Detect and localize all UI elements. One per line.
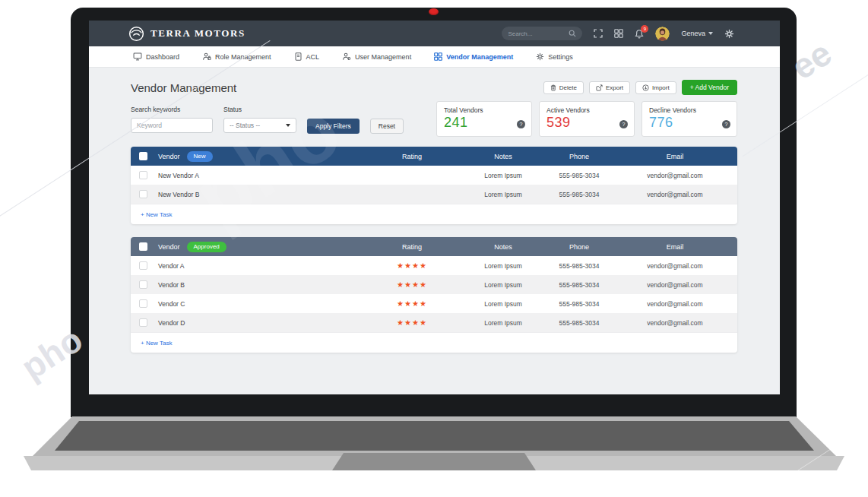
delete-button[interactable]: Delete bbox=[543, 81, 584, 94]
table-row[interactable]: Vendor B ★★★★ Lorem Ipsum 555-985-3034 v… bbox=[131, 275, 737, 294]
laptop-base bbox=[0, 415, 868, 480]
phone-cell: 555-985-3034 bbox=[546, 281, 613, 289]
column-header-email[interactable]: Email bbox=[613, 153, 737, 160]
grid-icon bbox=[434, 52, 442, 61]
vendor-name: Vendor B bbox=[158, 281, 363, 289]
new-vendors-table: Vendor New Rating Notes Phone Email New … bbox=[131, 147, 737, 224]
email-cell: vendor@gmail.com bbox=[613, 262, 737, 270]
select-all-checkbox[interactable] bbox=[139, 152, 147, 160]
stat-label: Decline Vendors bbox=[649, 106, 730, 114]
email-cell: vendor@gmail.com bbox=[613, 300, 737, 308]
rating-stars: ★★★★ bbox=[363, 280, 461, 289]
add-vendor-button[interactable]: + Add Vendor bbox=[682, 80, 737, 95]
column-header-notes[interactable]: Notes bbox=[461, 153, 546, 160]
notes-cell: Lorem Ipsum bbox=[461, 281, 546, 289]
tab-user-management[interactable]: User Management bbox=[342, 46, 411, 67]
status-label: Status bbox=[223, 106, 296, 113]
row-checkbox[interactable] bbox=[139, 261, 147, 270]
email-cell: vendor@gmail.com bbox=[613, 319, 737, 327]
laptop-mockup: TERRA MOTORS bbox=[0, 0, 868, 497]
column-header-vendor[interactable]: Vendor bbox=[158, 153, 180, 160]
row-checkbox[interactable] bbox=[139, 299, 147, 308]
export-button[interactable]: Export bbox=[589, 81, 630, 94]
user-menu[interactable]: Geneva bbox=[681, 30, 713, 37]
notes-cell: Lorem Ipsum bbox=[461, 262, 546, 270]
table-row[interactable]: New Vendor A Lorem Ipsum 555-985-3034 ve… bbox=[131, 166, 737, 185]
vendor-name: Vendor C bbox=[158, 300, 363, 308]
app-window: TERRA MOTORS bbox=[89, 21, 780, 394]
tab-label: User Management bbox=[355, 53, 411, 61]
import-button[interactable]: Import bbox=[635, 81, 676, 94]
select-all-checkbox[interactable] bbox=[139, 242, 147, 251]
vendor-name: New Vendor B bbox=[158, 191, 363, 198]
new-task-link[interactable]: + New Task bbox=[141, 340, 172, 347]
reset-button[interactable]: Reset bbox=[370, 119, 404, 134]
column-header-rating[interactable]: Rating bbox=[363, 153, 461, 160]
search-input[interactable] bbox=[508, 30, 569, 37]
email-cell: vendor@gmail.com bbox=[613, 191, 737, 198]
column-header-phone[interactable]: Phone bbox=[546, 153, 613, 160]
tab-dashboard[interactable]: Dashboard bbox=[133, 46, 179, 67]
tab-label: Dashboard bbox=[146, 53, 179, 61]
user-avatar[interactable] bbox=[655, 27, 670, 41]
gear-icon bbox=[536, 52, 544, 61]
stat-card-decline-vendors: Decline Vendors 776 ? bbox=[641, 101, 737, 137]
new-task-link[interactable]: + New Task bbox=[141, 211, 172, 218]
tab-role-management[interactable]: Role Management bbox=[202, 46, 271, 67]
stat-card-total-vendors: Total Vendors 241 ? bbox=[436, 101, 532, 137]
apps-grid-icon[interactable] bbox=[614, 29, 623, 38]
help-icon[interactable]: ? bbox=[619, 120, 628, 128]
import-label: Import bbox=[652, 84, 670, 91]
column-header-notes[interactable]: Notes bbox=[461, 243, 546, 251]
column-header-email[interactable]: Email bbox=[613, 243, 737, 251]
main-nav-tabs: Dashboard Role Management ACL bbox=[89, 46, 780, 68]
fullscreen-icon[interactable] bbox=[594, 29, 603, 38]
notifications-bell-icon[interactable]: 9 bbox=[635, 29, 644, 39]
row-checkbox[interactable] bbox=[139, 318, 147, 327]
status-badge-new: New bbox=[187, 151, 213, 162]
main-content: Vendor Management Delete bbox=[89, 68, 780, 394]
help-icon[interactable]: ? bbox=[517, 120, 525, 128]
stat-label: Active Vendors bbox=[546, 106, 627, 114]
rating-stars: ★★★★ bbox=[363, 299, 461, 308]
tab-vendor-management[interactable]: Vendor Management bbox=[434, 46, 513, 67]
email-cell: vendor@gmail.com bbox=[613, 281, 737, 289]
tab-acl[interactable]: ACL bbox=[294, 46, 320, 67]
table-row[interactable]: Vendor A ★★★★ Lorem Ipsum 555-985-3034 v… bbox=[131, 256, 737, 275]
tab-settings[interactable]: Settings bbox=[536, 46, 573, 67]
help-icon[interactable]: ? bbox=[722, 120, 730, 128]
export-label: Export bbox=[606, 84, 623, 91]
table-row[interactable]: New Vendor B Lorem Ipsum 555-985-3034 ve… bbox=[131, 185, 737, 204]
row-checkbox[interactable] bbox=[139, 171, 147, 179]
tab-label: Role Management bbox=[215, 53, 271, 61]
keyword-input[interactable] bbox=[131, 118, 213, 133]
person-gear-icon bbox=[342, 52, 351, 61]
notes-cell: Lorem Ipsum bbox=[461, 319, 546, 327]
global-search[interactable] bbox=[502, 27, 582, 40]
brand-name: TERRA MOTORS bbox=[150, 27, 246, 40]
email-cell: vendor@gmail.com bbox=[613, 172, 737, 179]
status-select[interactable]: -- Status -- bbox=[223, 118, 296, 133]
rating-stars: ★★★★ bbox=[363, 261, 461, 270]
notes-cell: Lorem Ipsum bbox=[461, 172, 546, 179]
notes-cell: Lorem Ipsum bbox=[461, 191, 546, 198]
settings-gear-icon[interactable] bbox=[724, 29, 734, 39]
stat-value: 776 bbox=[649, 115, 730, 131]
column-header-vendor[interactable]: Vendor bbox=[158, 243, 180, 251]
top-navbar: TERRA MOTORS bbox=[89, 21, 780, 46]
column-header-phone[interactable]: Phone bbox=[546, 243, 613, 251]
table-row[interactable]: Vendor D ★★★★ Lorem Ipsum 555-985-3034 v… bbox=[131, 313, 737, 332]
stat-label: Total Vendors bbox=[444, 106, 524, 114]
tab-label: Settings bbox=[548, 53, 573, 61]
import-icon bbox=[642, 84, 649, 91]
phone-cell: 555-985-3034 bbox=[546, 191, 613, 198]
row-checkbox[interactable] bbox=[139, 190, 147, 198]
apply-filters-button[interactable]: Apply Filters bbox=[307, 119, 360, 134]
table-row[interactable]: Vendor C ★★★★ Lorem Ipsum 555-985-3034 v… bbox=[131, 294, 737, 313]
tab-label: ACL bbox=[306, 53, 320, 61]
row-checkbox[interactable] bbox=[139, 280, 147, 289]
status-badge-approved: Approved bbox=[187, 242, 227, 252]
brand[interactable]: TERRA MOTORS bbox=[128, 26, 246, 42]
phone-cell: 555-985-3034 bbox=[546, 262, 613, 270]
column-header-rating[interactable]: Rating bbox=[363, 243, 461, 251]
